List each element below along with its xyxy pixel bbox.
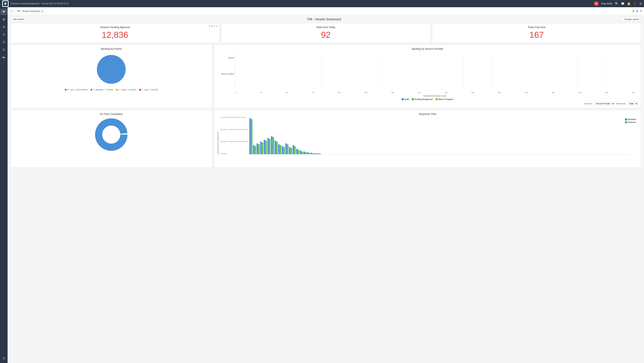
svg-rect-17 xyxy=(4,50,4,51)
horizontal-bar-chart: (empty) Nuvolo Facilities xyxy=(217,51,638,98)
bar-5-resolution xyxy=(264,140,265,154)
legend-dot-high xyxy=(139,89,141,91)
search-icon[interactable]: 🔍 xyxy=(615,2,618,6)
sidebar-info3-icon[interactable] xyxy=(0,47,7,53)
change-layout-button[interactable]: Change Layout xyxy=(622,17,641,22)
settings-icon[interactable]: ⚙ xyxy=(639,2,642,6)
notification-icon[interactable]: 🔔 xyxy=(627,2,631,6)
bar-9-resolution xyxy=(278,144,280,154)
download-button[interactable]: ⬇ xyxy=(632,9,634,13)
bar-group-15 xyxy=(300,151,303,154)
tick-200: 200 xyxy=(445,92,448,94)
bar-group-5 xyxy=(264,140,267,154)
bar-3-resolution xyxy=(256,143,258,154)
refresh-button[interactable]: ↻ xyxy=(640,9,642,13)
sidebar-list-icon[interactable] xyxy=(0,24,7,30)
legend-label-draft: Draft xyxy=(404,98,409,100)
svg-rect-4 xyxy=(4,18,5,19)
bar-13-resolution xyxy=(292,145,294,154)
kpi-controls: ↻ ⚙ ? ✕ xyxy=(208,25,218,28)
tick-300: 300 xyxy=(552,92,554,94)
bar-group-13 xyxy=(292,145,296,154)
legend-dot-critical xyxy=(116,89,118,91)
sidebar-filter-icon[interactable] xyxy=(0,9,7,15)
add-content-button[interactable]: Add content xyxy=(10,17,27,22)
svg-rect-7 xyxy=(3,26,5,27)
bar-19-resolution xyxy=(314,153,316,154)
tick-125: 125 xyxy=(364,92,367,94)
scorecard-dropdown[interactable]: FM - Vendor Scorecard ▾ xyxy=(16,9,44,13)
y-label-bottom: 0 seconds xyxy=(220,153,248,154)
kpi-invoices-pending: ↻ ⚙ ? ✕ Invoices Pending Approval 12,836 xyxy=(10,23,220,43)
sidebar-home-icon[interactable] xyxy=(0,16,7,23)
y-label-mid1: 231 days 11 hours 33 minutes 20 seconds xyxy=(220,129,248,130)
response-time-chart: Average Business elapsed time 347 days 5… xyxy=(217,117,638,160)
kpi-tasks-due-value: 92 xyxy=(224,30,427,40)
response-legend: Resolution Response xyxy=(625,118,636,123)
svg-rect-6 xyxy=(4,20,5,21)
kpi-settings-icon[interactable]: ⚙ xyxy=(211,25,213,28)
group-by-select[interactable]: Service Provider xyxy=(594,102,615,105)
tick-250: 250 xyxy=(498,92,501,94)
bar-14-resolution xyxy=(296,149,298,154)
bar-16-resolution xyxy=(303,152,305,154)
main-content: + FM - Vendor Scorecard ▾ ⬇ ⚙ ↻ Add cont… xyxy=(8,7,644,363)
nuvolo-logo xyxy=(2,0,9,7)
bar-20-response xyxy=(320,154,321,154)
legend-wip: Work in Progress xyxy=(436,98,454,100)
backlog-priority-title: Backlog by Priority xyxy=(14,47,209,50)
add-tab-button[interactable]: + xyxy=(9,9,14,14)
legend-dot-response xyxy=(625,121,627,123)
stacked-by-select[interactable]: State xyxy=(627,102,638,105)
sidebar-folder-icon[interactable] xyxy=(0,54,7,61)
bar-7-resolution xyxy=(271,136,272,154)
y-label-nuvolo: Nuvolo Facilities xyxy=(217,73,234,75)
chat-icon[interactable]: 💬 xyxy=(621,2,624,6)
sidebar-info2-icon[interactable] xyxy=(0,39,7,45)
legend-pending: Pending Assignment xyxy=(412,98,433,100)
toolbar: + FM - Vendor Scorecard ▾ ⬇ ⚙ ↻ xyxy=(8,7,644,15)
bar-5-response xyxy=(266,141,267,154)
svg-rect-11 xyxy=(4,35,4,35)
bar-chart-legend: Draft Pending Assignment Work in Progres… xyxy=(217,98,638,100)
bar-group-12 xyxy=(289,147,292,154)
legend-moderate: 3 - Moderate = 7 (0.09%) xyxy=(90,89,113,91)
user-name[interactable]: Shay Dolan xyxy=(601,2,612,5)
svg-point-18 xyxy=(4,49,4,49)
legend-label-low: 4 - Low = 7,423 (99.83%) xyxy=(67,89,88,91)
svg-rect-14 xyxy=(4,42,4,43)
bar-group-1 xyxy=(249,118,252,154)
donut-chart xyxy=(93,117,129,153)
svg-rect-5 xyxy=(3,20,4,21)
bar-16-response xyxy=(305,152,306,154)
bar-8-response xyxy=(276,142,278,154)
legend-dot-wip xyxy=(436,98,438,100)
kpi-tasks-due-today: Tasks Due Today 92 xyxy=(221,23,430,43)
content-area: Add content FM - Vendor Scorecard Change… xyxy=(8,15,644,363)
sidebar-bottom-icon[interactable] xyxy=(0,355,7,361)
sidebar-info1-icon[interactable] xyxy=(0,31,7,38)
tick-275: 275 xyxy=(525,92,528,94)
help-icon[interactable]: ❓ xyxy=(633,2,637,6)
bar-15-resolution xyxy=(300,151,301,154)
bar-group-9 xyxy=(278,144,281,154)
bar-12-resolution xyxy=(289,147,290,154)
stacked-by-label: Stacked by xyxy=(616,103,626,105)
y-label-mid2: 115 days 17 hours 46 minutes 40 seconds xyxy=(220,141,248,142)
bar-1-response xyxy=(251,119,252,154)
kpi-refresh-icon[interactable]: ↻ xyxy=(208,25,210,28)
kpi-tasks-past-due-title: Tasks Past Due xyxy=(435,26,638,29)
kpi-row: ↻ ⚙ ? ✕ Invoices Pending Approval 12,836… xyxy=(10,23,641,43)
legend-low: 4 - Low = 7,423 (99.83%) xyxy=(65,89,88,91)
bar-18-response xyxy=(312,153,314,154)
bar-10-resolution xyxy=(282,146,283,154)
kpi-close-icon[interactable]: ✕ xyxy=(216,25,218,28)
kpi-help-icon[interactable]: ? xyxy=(214,25,215,28)
gear-button[interactable]: ⚙ xyxy=(636,9,638,13)
backlog-provider-title: Backlog by Service Provider xyxy=(217,47,638,50)
bar-18-resolution xyxy=(310,153,312,154)
bar-group-14 xyxy=(296,149,299,154)
bar-group-18 xyxy=(310,153,314,154)
svg-point-12 xyxy=(4,34,4,34)
bar-group-19 xyxy=(314,153,317,154)
